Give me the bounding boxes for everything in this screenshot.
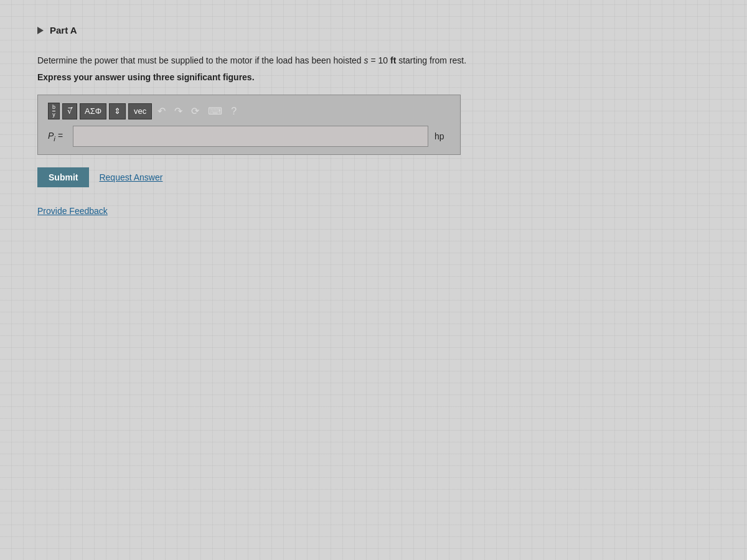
help-button[interactable]: ?: [228, 105, 240, 118]
collapse-icon[interactable]: [37, 27, 44, 34]
sqrt-button[interactable]: √̅: [62, 103, 77, 119]
help-icon: ?: [231, 106, 237, 116]
part-header: Part A: [37, 25, 710, 35]
refresh-button[interactable]: ⟳: [188, 104, 202, 118]
fraction-button[interactable]: b y: [48, 103, 60, 119]
main-content: Part A Determine the power that must be …: [0, 0, 747, 560]
sqrt-icon: √̅: [67, 106, 72, 116]
answer-input[interactable]: [73, 126, 428, 147]
undo-icon: ↶: [157, 106, 166, 116]
request-answer-button[interactable]: Request Answer: [99, 172, 162, 182]
refresh-icon: ⟳: [191, 106, 199, 116]
answer-box: b y √̅ AΣΦ ⇕ vec ↶ ↷: [37, 95, 461, 155]
input-row: Pi = hp: [48, 126, 450, 147]
fraction-icon: b y: [52, 105, 55, 118]
question-text: Determine the power that must be supplie…: [37, 54, 710, 67]
unit-label: hp: [435, 131, 450, 141]
sort-button[interactable]: ⇕: [109, 103, 126, 119]
vec-icon: vec: [134, 106, 146, 116]
provide-feedback-button[interactable]: Provide Feedback: [37, 206, 108, 216]
submit-button[interactable]: Submit: [37, 167, 89, 187]
sort-icon: ⇕: [114, 106, 121, 116]
instruction-text: Express your answer using three signific…: [37, 72, 710, 82]
math-toolbar: b y √̅ AΣΦ ⇕ vec ↶ ↷: [48, 103, 450, 119]
undo-button[interactable]: ↶: [154, 104, 169, 118]
redo-button[interactable]: ↷: [171, 104, 186, 118]
keyboard-icon: ⌨: [208, 106, 222, 116]
redo-icon: ↷: [174, 106, 182, 116]
actions-row: Submit Request Answer: [37, 167, 710, 187]
greek-button[interactable]: AΣΦ: [80, 103, 106, 119]
variable-label: Pi =: [48, 131, 67, 142]
part-title: Part A: [50, 25, 77, 35]
vec-button[interactable]: vec: [128, 103, 152, 119]
greek-icon: AΣΦ: [85, 106, 101, 116]
keyboard-button[interactable]: ⌨: [205, 104, 225, 118]
